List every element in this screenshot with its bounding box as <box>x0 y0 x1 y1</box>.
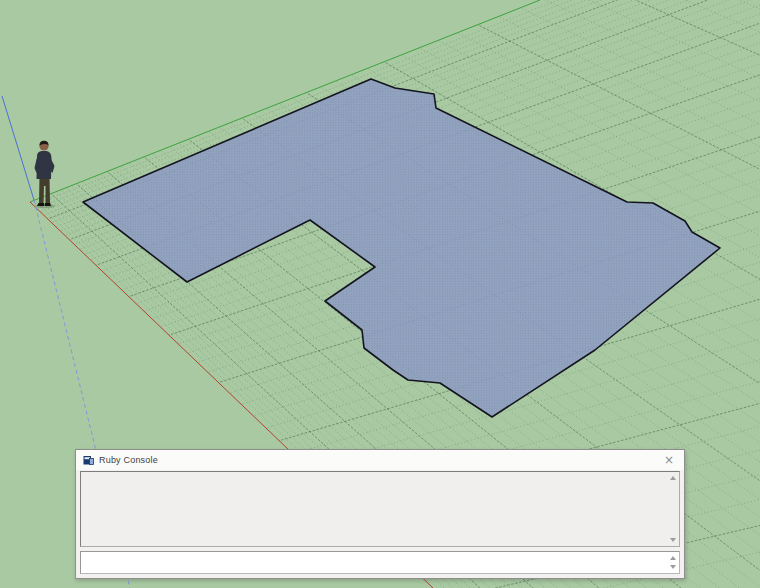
console-input-panel <box>80 551 680 574</box>
close-icon[interactable]: × <box>661 454 677 466</box>
dialog-title: Ruby Console <box>99 455 158 465</box>
ruby-console-window-icon <box>83 455 94 466</box>
ruby-console-titlebar[interactable]: Ruby Console × <box>76 450 684 470</box>
console-input[interactable] <box>81 552 679 573</box>
console-output-panel <box>80 471 680 547</box>
scroll-down-icon[interactable] <box>670 538 676 542</box>
ruby-console-dialog: Ruby Console × <box>75 449 685 579</box>
console-output[interactable] <box>81 472 679 546</box>
scroll-up-icon[interactable] <box>670 556 676 560</box>
sketchup-window: Ruby Console × <box>0 0 760 588</box>
scroll-down-icon[interactable] <box>670 565 676 569</box>
scroll-up-icon[interactable] <box>670 476 676 480</box>
